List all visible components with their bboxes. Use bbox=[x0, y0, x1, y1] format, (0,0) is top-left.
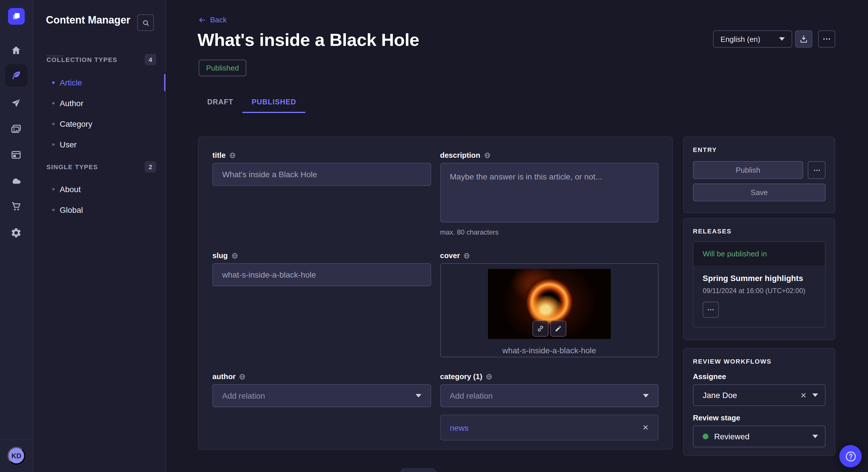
sidebar-item-about[interactable]: About bbox=[33, 179, 165, 200]
sidebar-item-author[interactable]: Author bbox=[33, 93, 165, 113]
review-stage-combobox[interactable]: Reviewed bbox=[693, 426, 826, 447]
category-field-label-row: category (1) bbox=[440, 372, 658, 381]
chevron-down-icon bbox=[643, 394, 649, 398]
sidebar-item-user[interactable]: User bbox=[33, 134, 165, 155]
more-actions-button[interactable] bbox=[818, 30, 835, 47]
content-manager-subnav: Content Manager COLLECTION TYPES 4 Artic… bbox=[33, 0, 166, 472]
sidebar-item-category[interactable]: Category bbox=[33, 113, 165, 134]
slug-input[interactable] bbox=[212, 263, 431, 286]
strapi-logo-icon bbox=[11, 11, 21, 21]
globe-icon bbox=[229, 152, 236, 159]
sidebar-item-label: Author bbox=[60, 99, 84, 108]
globe-icon bbox=[239, 373, 246, 380]
author-placeholder: Add relation bbox=[222, 391, 265, 400]
collection-types-count-badge: 4 bbox=[145, 54, 156, 65]
home-icon bbox=[10, 45, 22, 56]
edit-image-button[interactable] bbox=[550, 321, 566, 337]
sidebar-item-label: Category bbox=[60, 119, 92, 129]
globe-icon bbox=[484, 152, 491, 159]
relation-news-link[interactable]: news bbox=[450, 423, 468, 432]
download-icon bbox=[799, 34, 808, 43]
bullet-icon bbox=[52, 188, 55, 191]
pencil-icon bbox=[554, 325, 562, 333]
nav-content-manager[interactable] bbox=[10, 69, 23, 82]
description-textarea[interactable]: Maybe the answer is in this article, or … bbox=[440, 163, 658, 223]
nav-media-library[interactable] bbox=[10, 123, 23, 135]
close-icon: ✕ bbox=[800, 391, 807, 400]
save-button[interactable]: Save bbox=[693, 183, 826, 201]
content-manager-icon bbox=[10, 70, 22, 81]
collapsed-element-peek bbox=[400, 468, 436, 472]
single-types-heading: SINGLE TYPES bbox=[46, 164, 98, 170]
title-input[interactable] bbox=[212, 163, 431, 186]
cover-media-card: what-s-inside-a-black-hole bbox=[440, 263, 658, 357]
back-button[interactable]: Back bbox=[198, 15, 227, 24]
entry-more-button[interactable] bbox=[808, 161, 826, 179]
nav-content-type-builder[interactable] bbox=[10, 148, 23, 161]
cover-filename: what-s-inside-a-black-hole bbox=[441, 346, 658, 355]
bullet-icon bbox=[52, 81, 55, 84]
nav-releases[interactable] bbox=[10, 97, 23, 109]
single-types-list: About Global bbox=[33, 179, 165, 220]
sidebar-item-global[interactable]: Global bbox=[33, 200, 165, 220]
cover-field: cover what-s-inside bbox=[440, 251, 658, 357]
author-field: author Add relation bbox=[212, 372, 431, 407]
category-relation-select[interactable]: Add relation bbox=[440, 384, 658, 407]
author-field-label-row: author bbox=[212, 372, 431, 381]
bullet-icon bbox=[52, 102, 55, 104]
cover-field-label: cover bbox=[440, 251, 460, 260]
review-stage-label: Review stage bbox=[693, 413, 826, 422]
author-relation-select[interactable]: Add relation bbox=[212, 384, 431, 407]
review-stage-value: Reviewed bbox=[714, 432, 807, 441]
globe-icon bbox=[463, 252, 470, 259]
more-icon bbox=[707, 306, 715, 314]
category-placeholder: Add relation bbox=[450, 391, 493, 400]
help-button[interactable] bbox=[839, 445, 862, 467]
sidebar-item-label: Global bbox=[60, 205, 83, 214]
main-nav-rail: KD bbox=[0, 0, 33, 472]
releases-panel: RELEASES Will be published in Spring Sum… bbox=[683, 218, 835, 340]
strapi-logo[interactable] bbox=[8, 8, 25, 25]
search-button[interactable] bbox=[137, 14, 154, 31]
version-tabs: DRAFT PUBLISHED bbox=[198, 91, 305, 113]
title-field-label-row: title bbox=[212, 151, 431, 160]
remove-relation-button[interactable]: ✕ bbox=[642, 423, 649, 432]
nav-marketplace[interactable] bbox=[10, 200, 23, 213]
description-hint: max. 80 characters bbox=[440, 228, 658, 236]
sidebar-item-article[interactable]: Article bbox=[33, 72, 165, 93]
avatar[interactable]: KD bbox=[7, 447, 25, 465]
category-field: category (1) Add relation news ✕ bbox=[440, 372, 658, 440]
sidebar-item-label: Article bbox=[60, 78, 82, 87]
tab-published[interactable]: PUBLISHED bbox=[243, 91, 305, 113]
entry-actions-row: Publish bbox=[693, 161, 826, 179]
chevron-down-icon bbox=[779, 37, 785, 41]
publish-button[interactable]: Publish bbox=[693, 161, 803, 179]
category-relation-item: news ✕ bbox=[440, 415, 658, 440]
slug-field: slug bbox=[212, 251, 431, 286]
author-field-label: author bbox=[212, 372, 236, 381]
review-workflows-panel: REVIEW WORKFLOWS Assignee Jane Doe ✕ Rev… bbox=[683, 348, 835, 456]
cover-image-actions bbox=[532, 321, 566, 337]
media-library-icon bbox=[10, 123, 22, 135]
tab-draft[interactable]: DRAFT bbox=[198, 91, 243, 113]
paper-plane-icon bbox=[10, 98, 22, 109]
collection-types-heading: COLLECTION TYPES bbox=[46, 56, 117, 63]
cover-image-black-hole bbox=[488, 269, 611, 339]
release-more-button[interactable] bbox=[703, 302, 719, 318]
nav-cloud[interactable] bbox=[10, 174, 23, 187]
download-button[interactable] bbox=[795, 30, 812, 47]
page-title: What's inside a Black Hole bbox=[197, 30, 420, 50]
stage-status-dot bbox=[703, 434, 708, 439]
clear-assignee-button[interactable]: ✕ bbox=[800, 391, 807, 400]
locale-select[interactable]: English (en) bbox=[713, 30, 792, 47]
layout-icon bbox=[10, 149, 22, 161]
gear-icon bbox=[10, 227, 22, 239]
nav-home[interactable] bbox=[10, 44, 23, 57]
bullet-icon bbox=[52, 209, 55, 211]
copy-link-button[interactable] bbox=[532, 321, 549, 337]
nav-settings[interactable] bbox=[10, 227, 23, 239]
assignee-combobox[interactable]: Jane Doe ✕ bbox=[693, 384, 826, 406]
assignee-label: Assignee bbox=[693, 372, 826, 381]
slug-field-label: slug bbox=[212, 251, 228, 260]
description-field-label-row: description bbox=[440, 151, 658, 160]
